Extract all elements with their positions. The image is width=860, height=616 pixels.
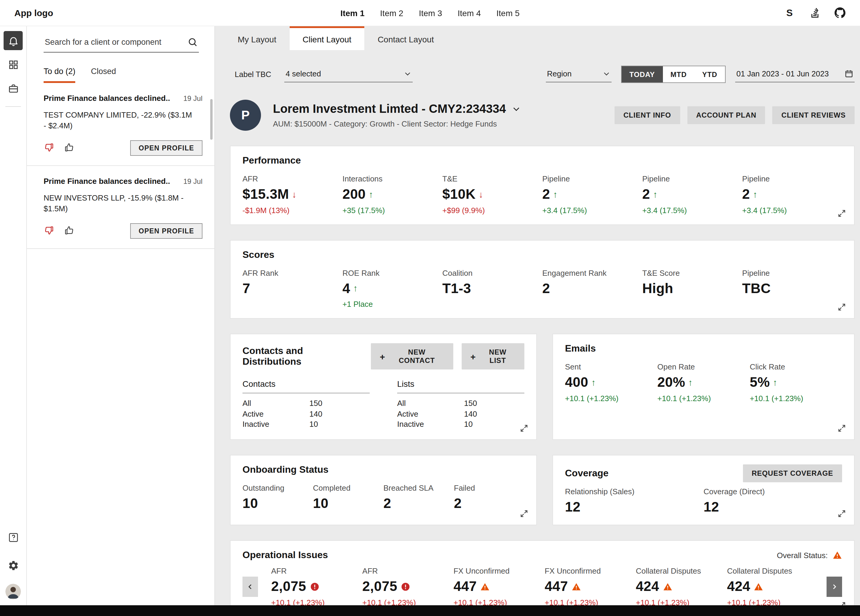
bell-icon xyxy=(8,35,19,46)
label-multiselect[interactable]: 4 selected xyxy=(284,66,413,82)
top-nav: Item 1 Item 2 Item 3 Item 4 Item 5 xyxy=(341,0,519,26)
nav-item-2[interactable]: Item 2 xyxy=(380,0,403,26)
metric-label: Completed xyxy=(313,483,383,492)
metric-value: 20% xyxy=(657,374,685,391)
chevron-down-icon xyxy=(404,70,411,78)
period-mtd[interactable]: MTD xyxy=(662,66,694,82)
metric-value: 10 xyxy=(242,495,258,511)
client-info-button[interactable]: CLIENT INFO xyxy=(615,106,680,124)
date-range-picker[interactable]: 01 Jan 2023 - 01 Jun 2023 xyxy=(735,66,855,82)
app-logo[interactable]: App logo xyxy=(14,8,53,18)
s-logo-icon[interactable]: S xyxy=(783,7,796,19)
new-contact-button[interactable]: +NEW CONTACT xyxy=(371,343,453,370)
tab-client-layout[interactable]: Client Layout xyxy=(289,26,364,50)
metric-label: T&E xyxy=(442,174,542,183)
metric-value: T1-3 xyxy=(442,280,471,297)
apps-rail-button[interactable] xyxy=(3,55,23,74)
metric-relationship-sales: Relationship (Sales) 12 xyxy=(565,487,703,515)
trend-down-icon: ↓ xyxy=(479,189,483,200)
workspace-rail-button[interactable] xyxy=(3,79,23,98)
expand-icon[interactable] xyxy=(837,423,847,433)
nav-item-1[interactable]: Item 1 xyxy=(341,0,365,26)
tab-my-layout[interactable]: My Layout xyxy=(224,26,289,50)
thumbs-down-icon[interactable] xyxy=(44,142,55,154)
region-value: Region xyxy=(547,69,571,78)
trend-up-icon: ↑ xyxy=(591,377,596,388)
help-rail-button[interactable] xyxy=(3,528,23,547)
metric-completed: Completed 10 xyxy=(313,483,383,511)
search-input[interactable] xyxy=(45,38,188,47)
rail-bottom-group xyxy=(3,528,23,602)
metric-value: 2 xyxy=(454,495,461,511)
account-plan-button[interactable]: ACCOUNT PLAN xyxy=(687,106,765,124)
row-value: 150 xyxy=(464,398,477,409)
row-label: Inactive xyxy=(242,419,309,429)
card-title: Contacts and Distributions xyxy=(242,346,363,367)
trend-up-icon: ↑ xyxy=(653,189,658,200)
metric-sent: Sent 400↑ +10.1 (+1.23%) xyxy=(565,362,657,403)
metric-label: Relationship (Sales) xyxy=(565,487,703,496)
tab-closed[interactable]: Closed xyxy=(91,67,116,83)
period-ytd[interactable]: YTD xyxy=(695,66,725,82)
metric-label: ROE Rank xyxy=(342,268,443,277)
settings-rail-button[interactable] xyxy=(3,556,23,575)
metric-value: 447 xyxy=(545,579,568,595)
open-profile-button[interactable]: OPEN PROFILE xyxy=(130,140,202,156)
metric-value: 7 xyxy=(242,280,250,297)
sidebar-scrollbar[interactable] xyxy=(210,99,213,140)
todo-card: Prime Finance balances declined... 19 Ju… xyxy=(27,83,214,166)
thumbs-down-icon[interactable] xyxy=(44,225,55,237)
client-search xyxy=(44,34,199,53)
metric-te: T&E $10K↓ +$99 (9.9%) xyxy=(442,174,542,215)
warning-icon xyxy=(662,582,672,591)
search-icon[interactable] xyxy=(188,37,198,47)
region-select[interactable]: Region xyxy=(546,66,612,82)
nav-item-3[interactable]: Item 3 xyxy=(419,0,442,26)
client-header: P Lorem Investment Limted - CMY2:234334 … xyxy=(230,100,855,131)
open-profile-button[interactable]: OPEN PROFILE xyxy=(130,223,202,239)
metric-label: AFR Rank xyxy=(242,268,342,277)
chevron-down-icon[interactable] xyxy=(512,105,521,113)
request-coverage-button[interactable]: REQUEST COVERAGE xyxy=(743,464,842,482)
nav-item-5[interactable]: Item 5 xyxy=(496,0,519,26)
trend-up-icon: ↑ xyxy=(353,283,358,294)
carousel-next-button[interactable] xyxy=(827,577,842,597)
expand-icon[interactable] xyxy=(837,303,847,312)
thumbs-up-icon[interactable] xyxy=(64,225,76,237)
filter-label: Label TBC xyxy=(235,70,271,79)
thumbs-up-icon[interactable] xyxy=(64,142,76,154)
todo-card-date: 19 Jul xyxy=(184,94,202,103)
todo-card-title: Prime Finance balances declined... xyxy=(44,94,170,103)
tab-contact-layout[interactable]: Contact Layout xyxy=(365,26,447,50)
expand-icon[interactable] xyxy=(837,509,847,519)
carousel-prev-button[interactable] xyxy=(242,577,258,597)
expand-icon[interactable] xyxy=(519,509,529,519)
stackoverflow-icon[interactable] xyxy=(809,7,821,19)
notifications-rail-button[interactable] xyxy=(3,31,23,50)
row-value: 10 xyxy=(464,419,473,429)
tab-todo[interactable]: To do (2) xyxy=(44,67,75,83)
expand-icon[interactable] xyxy=(519,423,529,433)
metric-value: $15.3M xyxy=(242,186,289,203)
icon-rail xyxy=(0,26,27,605)
rail-divider xyxy=(5,106,21,107)
metric-label: AFR xyxy=(242,174,342,183)
metric-value: 424 xyxy=(727,579,750,595)
client-reviews-button[interactable]: CLIENT REVIEWS xyxy=(772,106,855,124)
client-subtitle: AUM: $15000M - Category: Growth - Client… xyxy=(273,119,521,129)
metric-coverage-direct: Coverage (Direct) 12 xyxy=(703,487,842,515)
row-label: Active xyxy=(242,409,309,419)
overall-status-label: Overall Status: xyxy=(777,551,828,560)
user-avatar[interactable] xyxy=(5,584,21,599)
todo-card-body: NEW INVESTORS LLP, -15.9% ($1.8M - $1.5M… xyxy=(44,193,194,214)
new-list-button[interactable]: +NEW LIST xyxy=(461,343,524,370)
nav-item-4[interactable]: Item 4 xyxy=(457,0,481,26)
period-today[interactable]: TODAY xyxy=(622,66,662,82)
github-icon[interactable] xyxy=(834,7,846,19)
metric-value: 2 xyxy=(383,495,391,511)
metric-delta: +10.1 (+1.23%) xyxy=(750,394,842,403)
expand-icon[interactable] xyxy=(837,208,847,218)
trend-up-icon: ↑ xyxy=(773,377,777,388)
row-label: Active xyxy=(397,409,464,419)
expand-icon[interactable] xyxy=(837,601,847,605)
